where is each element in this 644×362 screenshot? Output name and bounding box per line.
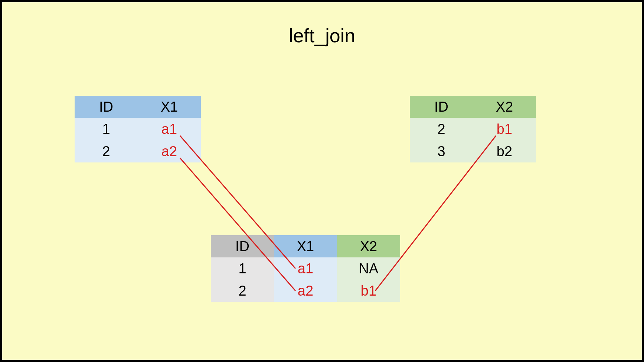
right-table-cell: b1 bbox=[473, 118, 536, 140]
diagram-title: left_join bbox=[2, 24, 642, 47]
result-table-header-x2: X2 bbox=[337, 235, 400, 257]
result-table-cell: a1 bbox=[274, 257, 337, 280]
left-table-cell: 2 bbox=[75, 140, 138, 162]
result-table-cell: a2 bbox=[274, 280, 337, 302]
right-table-cell: b2 bbox=[473, 140, 536, 162]
result-table-header-id: ID bbox=[211, 235, 274, 257]
left-table-cell: 1 bbox=[75, 118, 138, 140]
result-table: ID X1 X2 1 a1 NA 2 a2 b1 bbox=[211, 235, 400, 302]
right-table-header-id: ID bbox=[410, 96, 473, 118]
right-table: ID X2 2 b1 3 b2 bbox=[410, 96, 536, 162]
right-table-cell: 3 bbox=[410, 140, 473, 162]
result-table-cell: 1 bbox=[211, 257, 274, 280]
diagram-frame: left_join ID X1 1 a1 2 a2 ID X2 2 b1 3 b… bbox=[0, 0, 644, 362]
result-table-cell: NA bbox=[337, 257, 400, 280]
right-table-header-x2: X2 bbox=[473, 96, 536, 118]
left-table-header-x1: X1 bbox=[138, 96, 201, 118]
result-table-cell: 2 bbox=[211, 280, 274, 302]
result-table-header-x1: X1 bbox=[274, 235, 337, 257]
left-table-header-id: ID bbox=[75, 96, 138, 118]
left-table-cell: a2 bbox=[138, 140, 201, 162]
left-table: ID X1 1 a1 2 a2 bbox=[75, 96, 201, 162]
arrows-overlay bbox=[2, 2, 644, 362]
result-table-cell: b1 bbox=[337, 280, 400, 302]
left-table-cell: a1 bbox=[138, 118, 201, 140]
right-table-cell: 2 bbox=[410, 118, 473, 140]
